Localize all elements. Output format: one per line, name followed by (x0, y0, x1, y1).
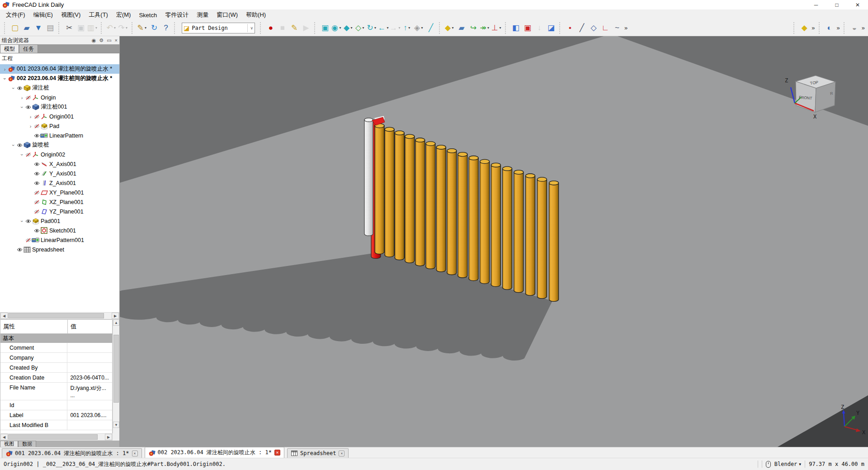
tab-视图[interactable]: 视图 (0, 441, 18, 447)
tree-item-spreadsheet[interactable]: Spreadsheet (0, 245, 119, 254)
macro-play-button[interactable]: ▶ (300, 22, 312, 34)
orange-cylinder-3[interactable] (395, 131, 404, 260)
document-tab-1[interactable]: 001 2023.06.04 灌注桩间的旋喷止水 : 1*✕ (2, 448, 142, 458)
3d-viewport[interactable]: TOPFRONTRZXZYX (120, 36, 868, 447)
settings-icon[interactable]: ⚙ (99, 38, 104, 43)
orange-cylinder-7[interactable] (436, 145, 446, 272)
chevron-down-icon[interactable]: ▾ (373, 26, 377, 30)
menu-item-5[interactable]: 宏(M) (112, 10, 135, 20)
property-row-company[interactable]: Company (0, 353, 112, 363)
open-file-button[interactable]: ▰ (21, 22, 33, 34)
orange-cylinder-16[interactable] (537, 177, 547, 299)
new-file-button[interactable]: ▢ (9, 22, 21, 34)
scroll-down-button[interactable]: ▼ (113, 422, 119, 428)
visibility-on-icon[interactable] (25, 105, 32, 109)
menu-item-1[interactable]: 文件(F) (2, 10, 29, 20)
chevron-down-icon[interactable]: ▾ (349, 26, 354, 30)
menu-item-7[interactable]: 零件设计 (161, 10, 193, 20)
make-link-button[interactable]: ↪ (467, 22, 479, 34)
orange-cylinder-15[interactable] (526, 174, 535, 295)
tree-item-yz_plane001[interactable]: YZ_Plane001 (0, 207, 119, 216)
view-forward-button[interactable]: →▾ (390, 22, 401, 34)
property-row-comment[interactable]: Comment (0, 343, 112, 353)
menu-item-10[interactable]: 帮助(H) (242, 10, 270, 20)
close-icon[interactable]: × (115, 38, 118, 43)
visibility-on-icon[interactable] (33, 228, 40, 233)
refresh-button[interactable]: ↻ (148, 22, 160, 34)
measure-button[interactable]: ╱ (425, 22, 437, 34)
chevron-down-icon[interactable]: ▾ (486, 26, 491, 30)
view-back-button[interactable]: ←▾ (378, 22, 390, 34)
chevron-down-icon[interactable]: ▾ (420, 26, 424, 30)
overlay-icon[interactable]: ◉ (92, 38, 96, 43)
document-tab-2[interactable]: 002 2023.06.04 灌注桩间的旋喷止水 : 1*✕ (145, 447, 285, 458)
tree-item-z_axis001[interactable]: Z_Axis001 (0, 178, 119, 188)
chevron-down-icon[interactable]: ▾ (113, 26, 117, 30)
scroll-thumb[interactable] (8, 313, 104, 318)
create-sketch-button[interactable]: ▣ (522, 22, 533, 34)
edit-parameters-button[interactable]: ✎▾ (137, 22, 148, 34)
pad-button[interactable]: ◧ (510, 22, 522, 34)
tree-item--[interactable]: ›旋喷桩 (0, 140, 119, 150)
expander-open-icon[interactable]: › (19, 218, 25, 224)
tree-item-y_axis001[interactable]: Y_Axis001 (0, 169, 119, 178)
property-horizontal-scrollbar[interactable]: ◀ ▶ (0, 433, 113, 441)
tree-item--[interactable]: ›灌注桩 (0, 83, 119, 93)
scroll-left-button[interactable]: ◀ (0, 313, 8, 319)
chevron-down-icon[interactable]: ▾ (451, 26, 455, 30)
fit-all-button[interactable]: ▣ (319, 22, 331, 34)
orange-cylinder-10[interactable] (469, 156, 478, 281)
property-value[interactable] (67, 400, 112, 410)
close-tab-icon[interactable]: ✕ (339, 451, 344, 456)
create-spline-button[interactable]: ~ (611, 22, 623, 34)
scroll-thumb[interactable] (113, 335, 119, 403)
tree-item-002-2023-06-04-[interactable]: ›002 2023.06.04 灌注桩间的旋喷止水 * (0, 74, 119, 83)
visibility-off-icon[interactable] (25, 95, 32, 100)
pocket-button[interactable]: ↓ (533, 22, 545, 34)
copy-button[interactable]: ▣ (75, 22, 87, 34)
float-icon[interactable]: ▭ (107, 38, 111, 43)
document-tab-3[interactable]: Spreadsheet✕ (287, 448, 349, 458)
visibility-on-icon[interactable] (16, 86, 23, 90)
chevron-down-icon[interactable]: ▾ (144, 26, 148, 30)
chevron-down-icon[interactable]: ▾ (94, 26, 99, 30)
orange-cylinder-5[interactable] (415, 138, 425, 266)
menu-item-3[interactable]: 视图(V) (57, 10, 85, 20)
pad-helper-button[interactable]: ◆ (798, 22, 810, 34)
property-value[interactable]: D:/yang.xt/分...... (67, 383, 112, 400)
property-value[interactable] (67, 363, 112, 372)
workbench-selector[interactable]: ◪Part Design∨ (182, 23, 255, 33)
orange-cylinder-8[interactable] (447, 149, 457, 275)
scroll-thumb[interactable] (8, 434, 98, 440)
toolbar-overflow-button[interactable]: » (810, 24, 816, 31)
property-row-label[interactable]: Label001 2023.06.... (0, 410, 112, 420)
macro-record-button[interactable]: ● (265, 22, 277, 34)
expander-open-icon[interactable]: › (11, 142, 16, 148)
tree-item-x_axis001[interactable]: X_Axis001 (0, 159, 119, 169)
maximize-button[interactable]: □ (826, 0, 847, 10)
shape-binder-button[interactable]: ◪ (545, 22, 557, 34)
expander-closed-icon[interactable]: › (28, 114, 33, 119)
property-value[interactable]: 001 2023.06.... (67, 410, 112, 420)
property-value[interactable]: 2023-06-04T0... (67, 373, 112, 382)
orange-cylinder-4[interactable] (405, 134, 415, 263)
tree-item-xy_plane001[interactable]: XY_Plane001 (0, 188, 119, 197)
property-row-id[interactable]: Id (0, 400, 112, 410)
create-point-button[interactable]: • (564, 22, 576, 34)
rotate-view-button[interactable]: ↻▾ (366, 22, 378, 34)
expander-closed-icon[interactable]: › (19, 95, 25, 100)
undo-button[interactable]: ↶▾ (106, 22, 118, 34)
property-row-created-by[interactable]: Created By (0, 363, 112, 373)
tree-item-pad001[interactable]: ›Pad001 (0, 216, 119, 226)
property-vertical-scrollbar[interactable]: ▲ ▼ (113, 319, 119, 433)
chevron-down-icon[interactable]: ▾ (125, 26, 129, 30)
chevron-down-icon[interactable]: ▼ (799, 462, 801, 466)
menu-item-2[interactable]: 编辑(E) (29, 10, 57, 20)
scroll-left-button[interactable]: ◀ (0, 434, 8, 440)
view-box-button[interactable]: ◈▾ (413, 22, 425, 34)
create-coordinate-button[interactable]: ∟ (599, 22, 611, 34)
visibility-off-icon[interactable] (33, 209, 40, 214)
visibility-on-icon[interactable] (33, 181, 40, 185)
menu-item-6[interactable]: Sketch (135, 11, 161, 19)
white-cylinder[interactable] (364, 118, 373, 236)
